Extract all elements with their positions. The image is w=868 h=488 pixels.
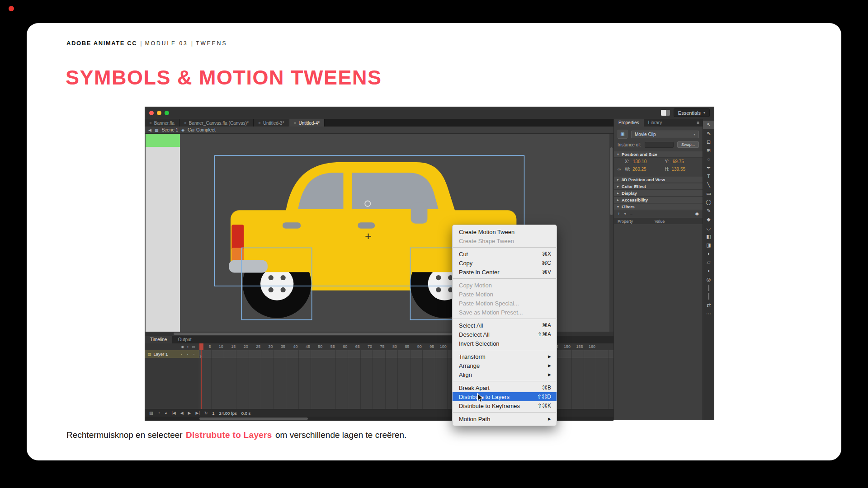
selection-tool[interactable]: ↖ — [703, 121, 714, 129]
doc-tab-untitled-4[interactable]: ×Untitled-4* — [289, 119, 325, 127]
section-accessibility[interactable]: ▸Accessibility — [614, 197, 703, 203]
ink-bottle-tool[interactable]: ◨ — [703, 241, 714, 249]
menu-item-label: Break Apart — [459, 385, 490, 391]
add-filter-icon[interactable]: + — [618, 211, 620, 216]
close-window-button[interactable] — [149, 111, 154, 115]
menu-item-transform[interactable]: Transform▶ — [453, 352, 557, 361]
eye-icon[interactable]: ◉ — [181, 345, 184, 349]
doc-tab-banner-fla[interactable]: ×Banner.fla — [145, 119, 179, 127]
h-value[interactable]: 139.55 — [672, 167, 686, 172]
filter-options-icon[interactable]: ✱ — [695, 211, 699, 216]
tab-library[interactable]: Library — [644, 119, 667, 127]
x-value[interactable]: -130.10 — [631, 159, 646, 164]
text-tool[interactable]: T — [703, 172, 714, 181]
scrollbar-thumb[interactable] — [174, 333, 490, 335]
zoom-tool[interactable]: ◎ — [703, 275, 714, 284]
paint-bucket-tool[interactable]: ◧ — [703, 232, 714, 241]
menu-item-create-motion-tween[interactable]: Create Motion Tween — [453, 227, 557, 236]
tab-properties[interactable]: Properties — [614, 119, 644, 127]
back-icon[interactable]: ◀ — [148, 128, 151, 132]
pen-tool[interactable]: ✒ — [703, 164, 714, 172]
tab-output[interactable]: Output — [172, 336, 197, 343]
w-value[interactable]: 260.25 — [632, 167, 646, 172]
menu-item-motion-path[interactable]: Motion Path▶ — [453, 414, 557, 423]
loop-icon[interactable]: ↻ — [204, 411, 208, 415]
tool-options-icon[interactable]: ⋯ — [703, 310, 714, 318]
y-value[interactable]: -69.75 — [671, 159, 684, 164]
swap-colors-icon[interactable]: ⇄ — [703, 301, 714, 310]
frame-rate-value[interactable]: 24.00 fps — [219, 411, 237, 416]
menu-item-select-all[interactable]: Select All⌘A — [453, 321, 557, 330]
oval-tool[interactable]: ◯ — [703, 198, 714, 206]
tab-timeline[interactable]: Timeline — [145, 336, 172, 343]
scrollbar-thumb[interactable] — [199, 418, 308, 420]
tab-close-icon[interactable]: × — [149, 121, 152, 126]
menu-item-invert-selection[interactable]: Invert Selection — [453, 339, 557, 348]
tab-close-icon[interactable]: × — [258, 121, 261, 126]
center-frame-icon[interactable]: ▤ — [149, 411, 153, 415]
subselection-tool[interactable]: ⇖ — [703, 129, 714, 138]
stroke-color-swatch[interactable] — [703, 284, 714, 292]
rectangle-tool[interactable]: ▭ — [703, 189, 714, 198]
menu-item-deselect-all[interactable]: Deselect All⇧⌘A — [453, 330, 557, 339]
ruler-number: 20 — [236, 343, 249, 350]
onion-outlines-icon[interactable]: ◕ — [165, 411, 167, 415]
remove-filter-icon[interactable]: − — [630, 211, 633, 216]
workspace-switcher[interactable]: Essentials ▾ — [674, 108, 710, 117]
section-position-and-size[interactable]: ▾ Position and Size — [614, 151, 703, 158]
first-frame-icon[interactable]: |◀ — [171, 411, 175, 415]
onion-skin-icon[interactable]: ◔ — [158, 411, 160, 415]
prev-frame-icon[interactable]: ◀ — [180, 411, 184, 415]
next-frame-icon[interactable]: ▶| — [196, 411, 200, 415]
swap-button[interactable]: Swap... — [677, 141, 699, 148]
outline-icon[interactable]: ▭ — [192, 345, 195, 349]
panel-menu-icon[interactable]: ≡ — [693, 119, 703, 127]
stroke-color-swatch-box — [708, 285, 709, 291]
link-icon[interactable]: ∞ — [618, 167, 621, 172]
pencil-tool[interactable]: ✎ — [703, 206, 714, 215]
tab-close-icon[interactable]: × — [184, 121, 187, 126]
menu-item-distribute-to-keyframes[interactable]: Distribute to Keyframes⇧⌘K — [453, 401, 557, 410]
minimize-window-button[interactable] — [157, 111, 161, 115]
current-frame-value[interactable]: 1 — [212, 411, 214, 416]
zoom-window-button[interactable] — [165, 111, 169, 115]
eraser-tool[interactable]: ▱ — [703, 258, 714, 267]
line-tool[interactable]: ╲ — [703, 181, 714, 189]
menu-item-break-apart[interactable]: Break Apart⌘B — [453, 383, 557, 392]
free-transform-tool[interactable]: ⊡ — [703, 138, 714, 146]
section-filters[interactable]: ▾ Filters — [614, 203, 703, 210]
menu-item-cut[interactable]: Cut⌘X — [453, 249, 557, 258]
brush-tool[interactable]: ◆ — [703, 215, 714, 224]
menu-item-copy[interactable]: Copy⌘C — [453, 258, 557, 267]
playhead[interactable] — [199, 343, 203, 350]
scrollbar-thumb[interactable] — [610, 147, 613, 215]
pasteboard-strip — [146, 134, 180, 332]
page-corner-dot — [9, 6, 14, 11]
gradient-transform-tool[interactable]: ⊞ — [703, 146, 714, 155]
menu-item-distribute-to-layers[interactable]: Distribute to Layers⇧⌘D — [453, 392, 557, 401]
tab-close-icon[interactable]: × — [294, 121, 297, 126]
breadcrumb-scene[interactable]: Scene 1 — [161, 127, 178, 132]
section-color-effect[interactable]: ▸Color Effect — [614, 183, 703, 190]
hand-tool[interactable]: ◖ — [703, 267, 714, 275]
menu-item-paste-in-center[interactable]: Paste in Center⌘V — [453, 267, 557, 277]
eyedropper-tool[interactable]: ◗ — [703, 249, 714, 258]
layer-name-cell[interactable]: ▤ Layer 1 · · ▫ — [145, 350, 199, 358]
play-icon[interactable]: ▶ — [188, 411, 191, 415]
menu-item-align[interactable]: Align▶ — [453, 370, 557, 379]
collapsed-sections: ▸3D Position and View▸Color Effect▸Displ… — [614, 176, 703, 203]
layer-state-dots[interactable]: · · ▫ — [181, 352, 196, 357]
instance-type-select[interactable]: Movie Clip ▾ — [631, 131, 699, 138]
section-3d-position-and-view[interactable]: ▸3D Position and View — [614, 176, 703, 183]
menu-item-label: Transform — [459, 353, 486, 360]
bone-tool[interactable]: ◡ — [703, 224, 714, 232]
kicker-separator: | — [191, 40, 193, 47]
menu-item-arrange[interactable]: Arrange▶ — [453, 361, 557, 370]
fill-color-swatch[interactable] — [703, 292, 714, 301]
doc-tab-untitled-3[interactable]: ×Untitled-3* — [254, 119, 289, 127]
doc-tab-banner-canvas-fla-canvas[interactable]: ×Banner_Canvas.fla (Canvas)* — [179, 119, 254, 127]
lasso-tool[interactable]: ◌ — [703, 155, 714, 164]
section-display[interactable]: ▸Display — [614, 190, 703, 197]
stage-vertical-scrollbar[interactable] — [609, 134, 613, 332]
lock-icon[interactable]: ◐ — [187, 345, 189, 349]
